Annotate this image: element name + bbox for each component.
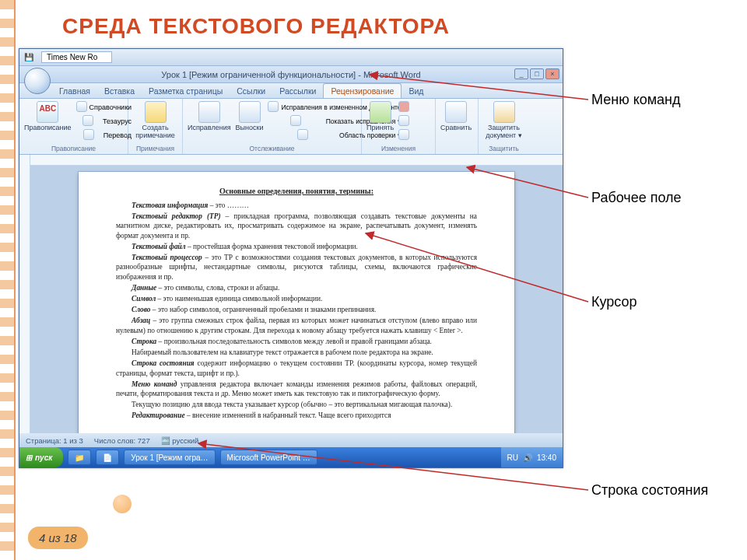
tab-home[interactable]: Главная (52, 84, 97, 98)
balloons-icon (239, 101, 261, 123)
slide-decor-strip (0, 0, 16, 560)
status-lang[interactable]: 🔤 русский (161, 436, 199, 445)
slide-number: 4 из 18 (28, 527, 88, 549)
app-icon: 📄 (103, 453, 112, 462)
app-icon: 📁 (75, 453, 84, 462)
callout-workarea: Рабочее поле (591, 190, 682, 206)
tab-review[interactable]: Рецензирование (323, 83, 402, 98)
callout-status: Строка состояния (591, 482, 708, 499)
tab-view[interactable]: Вид (402, 84, 430, 98)
tab-layout[interactable]: Разметка страницы (142, 84, 230, 98)
group-label: Отслеживание (188, 145, 356, 152)
qat-save-icon[interactable]: 💾 (24, 53, 33, 61)
reject-icon (398, 101, 409, 112)
prev-change-button[interactable] (398, 115, 409, 128)
lock-icon (493, 101, 515, 123)
abc-icon: ABC (37, 101, 58, 123)
tab-insert[interactable]: Вставка (97, 84, 142, 98)
taskbar-item[interactable]: 📄 (96, 450, 119, 465)
thesaurus-button[interactable]: Тезаурус (76, 115, 132, 128)
tab-references[interactable]: Ссылки (230, 84, 272, 98)
tray-lang[interactable]: RU (507, 453, 518, 462)
document-page[interactable]: Основные определения, понятия, термины: … (79, 172, 514, 433)
status-words[interactable]: Число слов: 727 (94, 436, 150, 445)
ribbon: ABC Правописание Справочники Тезаурус Пе… (19, 99, 563, 155)
taskbar-item-word[interactable]: Урок 1 [Режим огра… (124, 450, 215, 465)
office-button[interactable] (24, 68, 51, 94)
vertical-ruler[interactable] (19, 155, 30, 433)
font-selector[interactable]: Times New Ro (41, 51, 112, 63)
slide-title: СРЕДА ТЕКСТОВОГО РЕДАКТОРА (62, 14, 450, 39)
decor-circle (113, 495, 132, 513)
document-workarea[interactable]: Основные определения, понятия, термины: … (30, 166, 563, 433)
balloons-button[interactable]: Выноски (236, 101, 264, 132)
doc-icon (268, 101, 279, 112)
next-change-button[interactable] (398, 129, 409, 142)
quick-access-toolbar[interactable]: 💾 Times New Ro (19, 49, 563, 66)
compare-button[interactable]: Сравнить (440, 101, 472, 132)
tray-icon[interactable]: 🔊 (523, 453, 532, 462)
windows-logo-icon: ⊞ (26, 453, 32, 462)
track-changes-button[interactable]: Исправления (188, 101, 231, 132)
prev-icon (398, 115, 409, 126)
taskbar-item[interactable]: 📁 (68, 450, 91, 465)
thesaurus-icon (82, 115, 93, 126)
book-icon (76, 101, 87, 112)
spelling-button[interactable]: ABC Правописание (24, 101, 72, 132)
maximize-button[interactable]: □ (530, 68, 544, 79)
group-label: Примечания (133, 145, 177, 152)
tab-mailings[interactable]: Рассылки (272, 84, 323, 98)
callout-cursor: Курсор (591, 294, 637, 310)
window-title: Урок 1 [Режим ограниченной функционально… (161, 70, 420, 79)
minimize-button[interactable]: _ (514, 68, 528, 79)
group-label: Изменения (366, 145, 430, 152)
system-tray[interactable]: RU 🔊 13:40 (501, 447, 563, 467)
compare-icon (445, 101, 467, 123)
document-area: Основные определения, понятия, термины: … (19, 155, 563, 433)
taskbar-item-powerpoint[interactable]: Microsoft PowerPoint … (220, 450, 317, 465)
comment-icon (145, 101, 167, 123)
status-bar[interactable]: Страница: 1 из 3 Число слов: 727 🔤 русск… (19, 433, 563, 447)
status-page[interactable]: Страница: 1 из 3 (26, 436, 83, 445)
windows-taskbar[interactable]: ⊞ пуск 📁 📄 Урок 1 [Режим огра… Microsoft… (19, 447, 563, 467)
start-button[interactable]: ⊞ пуск (19, 447, 63, 467)
trackchanges-icon (198, 101, 220, 123)
window-titlebar: Урок 1 [Режим ограниченной функционально… (19, 66, 563, 83)
new-comment-button[interactable]: Создать примечание (133, 101, 177, 140)
accept-button[interactable]: Принять (366, 101, 394, 132)
doc-heading: Основные определения, понятия, термины: (116, 186, 477, 196)
group-label: Правописание (24, 145, 123, 152)
research-button[interactable]: Справочники (76, 101, 132, 114)
callout-menu: Меню команд (591, 92, 681, 108)
translate-icon (83, 129, 94, 140)
ribbon-tabs: Главная Вставка Разметка страницы Ссылки… (19, 83, 563, 99)
translate-button[interactable]: Перевод (76, 129, 132, 142)
accept-icon (370, 101, 391, 123)
tray-clock[interactable]: 13:40 (537, 453, 556, 462)
close-button[interactable]: × (545, 68, 559, 79)
next-icon (398, 129, 409, 140)
horizontal-ruler[interactable] (30, 155, 563, 166)
reject-button[interactable] (398, 101, 409, 114)
group-label: Защитить (483, 145, 524, 152)
pane-icon (297, 129, 308, 140)
word-window: 💾 Times New Ro Урок 1 [Режим ограниченно… (19, 48, 563, 468)
protect-button[interactable]: Защитить документ ▾ (483, 101, 524, 140)
list-icon (290, 115, 301, 126)
